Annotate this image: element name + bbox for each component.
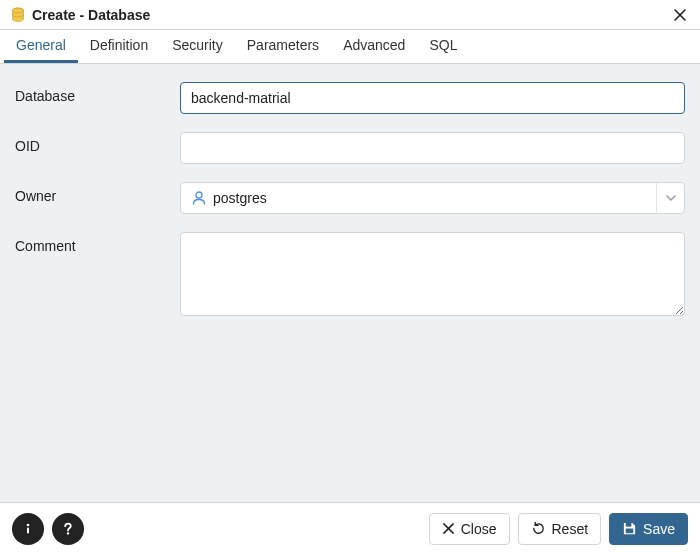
user-icon bbox=[191, 190, 207, 206]
reset-label: Reset bbox=[552, 521, 589, 537]
svg-rect-11 bbox=[626, 529, 634, 534]
titlebar: Create - Database bbox=[0, 0, 700, 30]
info-button[interactable] bbox=[12, 513, 44, 545]
close-icon bbox=[673, 8, 687, 22]
dialog-close-button[interactable] bbox=[670, 5, 690, 25]
tab-parameters[interactable]: Parameters bbox=[235, 30, 331, 63]
close-label: Close bbox=[461, 521, 497, 537]
form-area: Database OID Owner postgres bbox=[0, 64, 700, 502]
tab-advanced[interactable]: Advanced bbox=[331, 30, 417, 63]
tab-label: Security bbox=[172, 37, 223, 53]
tab-bar: General Definition Security Parameters A… bbox=[0, 30, 700, 64]
question-icon bbox=[60, 521, 76, 537]
owner-select[interactable]: postgres bbox=[180, 182, 685, 214]
tab-sql[interactable]: SQL bbox=[417, 30, 469, 63]
svg-point-7 bbox=[67, 532, 69, 534]
reset-icon bbox=[531, 521, 546, 536]
help-button[interactable] bbox=[52, 513, 84, 545]
close-button[interactable]: Close bbox=[429, 513, 510, 545]
save-icon bbox=[622, 521, 637, 536]
chevron-down-icon bbox=[656, 183, 684, 213]
save-button[interactable]: Save bbox=[609, 513, 688, 545]
label-oid: OID bbox=[15, 132, 170, 154]
info-icon bbox=[20, 521, 36, 537]
row-database: Database bbox=[15, 82, 685, 114]
oid-input[interactable] bbox=[180, 132, 685, 164]
svg-point-4 bbox=[196, 192, 202, 198]
tab-definition[interactable]: Definition bbox=[78, 30, 160, 63]
svg-rect-10 bbox=[626, 523, 632, 527]
close-icon bbox=[442, 522, 455, 535]
row-comment: Comment bbox=[15, 232, 685, 319]
tab-label: Definition bbox=[90, 37, 148, 53]
row-owner: Owner postgres bbox=[15, 182, 685, 214]
label-owner: Owner bbox=[15, 182, 170, 204]
reset-button[interactable]: Reset bbox=[518, 513, 602, 545]
svg-point-5 bbox=[27, 523, 30, 526]
tab-security[interactable]: Security bbox=[160, 30, 235, 63]
label-comment: Comment bbox=[15, 232, 170, 254]
tab-label: Advanced bbox=[343, 37, 405, 53]
label-database: Database bbox=[15, 82, 170, 104]
svg-rect-6 bbox=[27, 527, 29, 533]
comment-textarea[interactable] bbox=[180, 232, 685, 316]
footer: Close Reset Save bbox=[0, 502, 700, 554]
owner-value: postgres bbox=[213, 190, 656, 206]
save-label: Save bbox=[643, 521, 675, 537]
tab-label: SQL bbox=[429, 37, 457, 53]
database-input[interactable] bbox=[180, 82, 685, 114]
database-icon bbox=[10, 7, 26, 23]
tab-label: Parameters bbox=[247, 37, 319, 53]
dialog-title: Create - Database bbox=[32, 7, 670, 23]
tab-label: General bbox=[16, 37, 66, 53]
row-oid: OID bbox=[15, 132, 685, 164]
tab-general[interactable]: General bbox=[4, 30, 78, 63]
